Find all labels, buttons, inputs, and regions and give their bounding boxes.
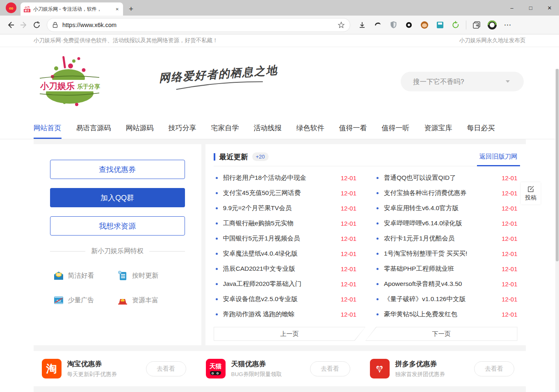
nav-item-worth-listening[interactable]: 值得一听 (382, 117, 410, 139)
edit-icon (527, 185, 535, 193)
list-item[interactable]: Apowersoft录音精灵v4.3.5012-01 (374, 276, 518, 292)
bullet-icon (216, 177, 218, 179)
window-controls: – □ ✕ (502, 0, 559, 16)
nav-item-site-source[interactable]: 网站源码 (126, 117, 154, 139)
taobao-icon: 淘 (42, 359, 62, 378)
bullet-icon (376, 207, 379, 209)
nav-item-home[interactable]: 网站首页 (34, 117, 62, 139)
save-extension-button[interactable] (433, 18, 447, 32)
list-item[interactable]: 奔跑动作游戏 逃跑的蟾蜍12-01 (214, 307, 357, 322)
taobao-coupon: 淘 淘宝优惠券 每天更新剁手优惠券 去看看 (34, 359, 198, 378)
url-text[interactable]: https://www.x6k.com (62, 22, 333, 28)
forward-button[interactable] (17, 18, 30, 32)
list-item[interactable]: 豪华黄钻5以上免费发红包12-01 (374, 307, 518, 322)
tampermonkey-button[interactable] (418, 18, 431, 32)
feature-timely-update: 按时更新 (117, 270, 182, 281)
tab-close-icon[interactable]: ✕ (115, 7, 120, 11)
go-see-button[interactable]: 去看看 (310, 361, 350, 376)
scrollbar-thumb[interactable] (556, 69, 559, 261)
list-item[interactable]: 普通QQ也可以设置QID了12-01 (374, 170, 518, 186)
list-item[interactable]: 9.9元=2个月芒果TV会员12-01 (214, 201, 357, 216)
page-scrollbar[interactable] (555, 69, 559, 392)
submit-post-button[interactable]: 投稿 (521, 182, 541, 204)
list-item[interactable]: 中国银行5元开1月视频会员12-01 (214, 231, 357, 246)
list-item[interactable]: 招行老用户18个活动必中现金12-01 (214, 170, 357, 186)
bullet-icon (376, 192, 379, 194)
bullet-icon (376, 298, 379, 300)
minimize-button[interactable]: – (502, 0, 521, 16)
old-version-link[interactable]: 返回旧版刀网 (479, 147, 518, 166)
nav-item-resource-treasury[interactable]: 资源宝库 (424, 117, 452, 139)
sidebar-card: 查找优惠券 加入QQ群 我想求资源 新小刀娱乐网特权 简洁好看 (34, 144, 201, 345)
infinity-badge-icon[interactable]: ∞ (6, 2, 16, 13)
search-box[interactable] (401, 72, 524, 91)
refresh-button[interactable] (30, 18, 43, 32)
search-input[interactable] (413, 78, 503, 86)
back-button[interactable] (4, 18, 17, 32)
nav-item-green-software[interactable]: 绿色软件 (297, 117, 324, 139)
bullet-icon (376, 268, 379, 270)
go-see-button[interactable]: 去看看 (474, 361, 514, 376)
list-item[interactable]: 安卓哔哩哔哩v6.14.0绿化版12-01 (374, 216, 518, 231)
list-item[interactable]: 支付宝抽各种出行消费优惠券12-01 (374, 186, 518, 201)
panda-icon (488, 20, 497, 29)
download-button[interactable] (355, 18, 369, 32)
address-bar[interactable]: https://www.x6k.com (47, 18, 350, 32)
update-count-badge: +20 (252, 152, 269, 161)
list-item[interactable]: 工商银行融e购抽5元实物12-01 (214, 216, 357, 231)
list-item[interactable]: 零基础PHP工程师就业班12-01 (374, 261, 518, 276)
feature-rich-resources: 资源丰富 (117, 295, 182, 306)
collections-button[interactable] (470, 18, 484, 32)
list-item[interactable]: 1号淘宝特别整理干货 买买买!12-01 (374, 246, 518, 261)
coupon-desc: BUG券限时限量领取 (231, 371, 282, 378)
request-resource-button[interactable]: 我想求资源 (50, 216, 185, 236)
nav-item-yuyan-source[interactable]: 易语言源码 (76, 117, 111, 139)
nav-item-activities[interactable]: 活动线报 (254, 117, 282, 139)
bullet-icon (216, 298, 218, 300)
panda-extension-button[interactable] (485, 18, 499, 32)
nav-item-daily-buy[interactable]: 每日必买 (467, 117, 495, 139)
content-area: 查找优惠券 加入QQ群 我想求资源 新小刀娱乐网特权 简洁好看 (34, 139, 526, 392)
sync-extension-button[interactable] (449, 18, 463, 32)
go-see-button[interactable]: 去看看 (146, 361, 186, 376)
close-button[interactable]: ✕ (540, 0, 559, 16)
updates-column-left: 招行老用户18个活动必中现金12-01 支付宝45充值50元三网话费12-01 … (214, 170, 357, 322)
maximize-button[interactable]: □ (521, 0, 540, 16)
treasure-icon (117, 295, 128, 306)
new-tab-button[interactable]: + (129, 2, 133, 16)
list-item[interactable]: 浩辰CAD2021中文专业版12-01 (214, 261, 357, 276)
undo-extension-button[interactable] (371, 18, 385, 32)
site-logo[interactable]: 小刀娱乐 乐于分享 (38, 53, 101, 110)
list-item[interactable]: Java工程师2020零基础入门12-01 (214, 276, 357, 292)
nav-item-worth-watching[interactable]: 值得一看 (339, 117, 367, 139)
site-favicon-icon: 小刀 娱乐 (24, 6, 30, 12)
donut-extension-button[interactable] (402, 18, 416, 32)
bullet-icon (376, 222, 379, 224)
list-item[interactable]: 安卓魔法壁纸v4.0.4绿化版12-01 (214, 246, 357, 261)
next-page-button[interactable]: 下一页 (365, 327, 518, 341)
list-item[interactable]: 支付宝45充值50元三网话费12-01 (214, 186, 357, 201)
browser-tab[interactable]: 小刀 娱乐 小刀娱乐网 - 专注活动，软件， ✕ (21, 2, 123, 16)
star-icon[interactable] (338, 21, 345, 29)
permanent-address-link[interactable]: 小刀娱乐网永久地址发布页 (459, 37, 526, 44)
nav-item-tips[interactable]: 技巧分享 (169, 117, 196, 139)
coupon-desc: 每天更新剁手优惠券 (67, 371, 117, 378)
list-item[interactable]: 安卓设备信息v2.5.0专业版12-01 (214, 292, 357, 307)
tmall-icon: 天猫 o o (206, 359, 226, 378)
find-coupon-button[interactable]: 查找优惠券 (50, 160, 185, 179)
prev-page-button[interactable]: 上一页 (214, 327, 366, 341)
list-item[interactable]: 《量子破碎》v1.0.126中文版12-01 (374, 292, 518, 307)
tmall-coupon: 天猫 o o 天猫优惠券 BUG券限时限量领取 去看看 (198, 359, 362, 378)
nav-item-home-study[interactable]: 宅家自学 (211, 117, 239, 139)
list-item[interactable]: 安卓应用转生v6.4.0官方版12-01 (374, 201, 518, 216)
list-item[interactable]: 农行卡1元开1月优酷会员12-01 (374, 231, 518, 246)
feature-few-ads: AD 少量广告 (53, 295, 118, 306)
bullet-icon (216, 283, 218, 285)
join-qq-group-button[interactable]: 加入QQ群 (50, 188, 185, 207)
back-icon (7, 21, 15, 29)
panel-title: 最近更新 (219, 152, 248, 162)
browser-menu-button[interactable]: ⋯ (501, 18, 515, 32)
chevron-down-icon[interactable] (506, 80, 510, 83)
bullet-icon (216, 207, 218, 209)
shield-extension-button[interactable] (386, 18, 400, 32)
